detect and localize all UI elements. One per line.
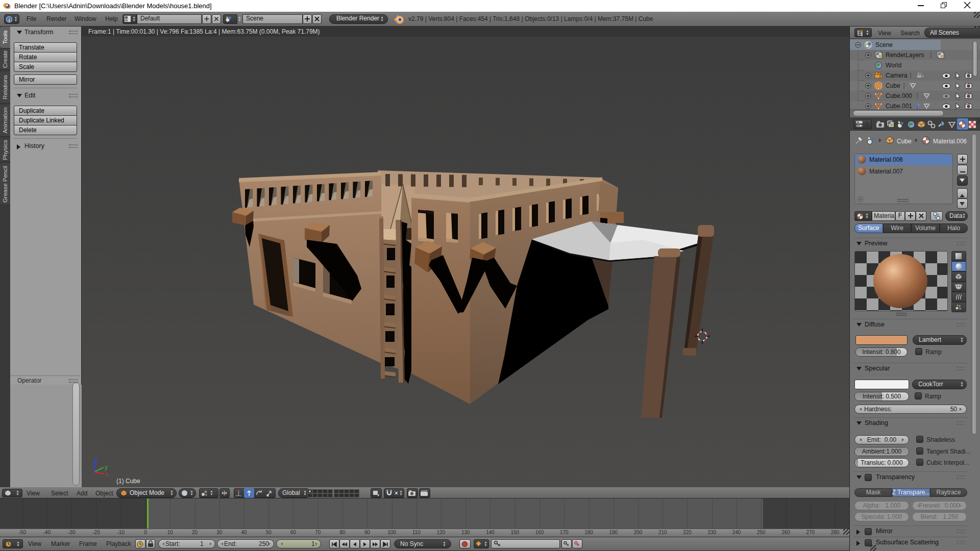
svg-text:z: z (95, 456, 99, 463)
svg-text:x: x (105, 471, 108, 478)
svg-text:y: y (105, 464, 108, 471)
